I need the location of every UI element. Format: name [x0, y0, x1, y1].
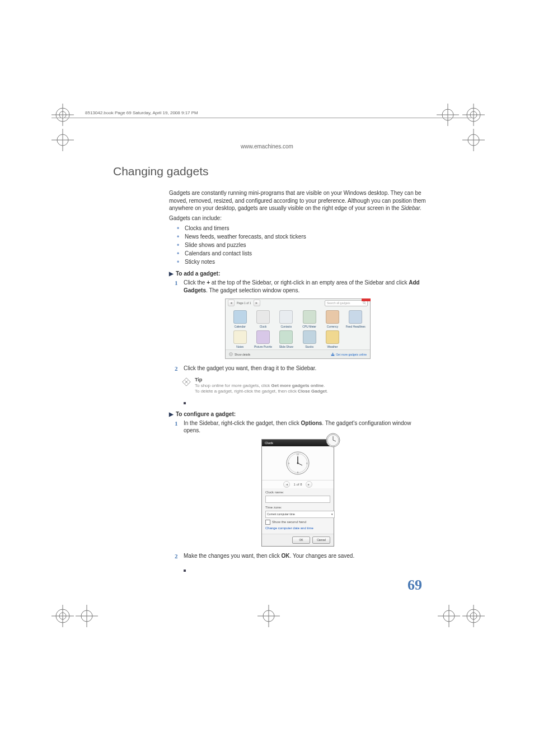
bullet-item: Clocks and timers: [177, 224, 427, 232]
chevron-down-icon: ▾: [331, 512, 333, 516]
tip-text: To delete a gadget, right-click the gadg…: [195, 389, 298, 394]
gadget-tile[interactable]: Contacts: [275, 310, 297, 328]
timezone-select[interactable]: Current computer time ▾: [265, 511, 335, 518]
registration-mark-icon: [51, 104, 74, 126]
tip-bold: Close Gadget: [298, 389, 327, 394]
step-item: 1 Click the + at the top of the Sidebar,…: [169, 279, 427, 294]
step-text: Make the changes you want, then click: [184, 553, 282, 559]
page-indicator: Page 1 of 1: [237, 301, 251, 305]
step-bold: Options: [301, 420, 322, 426]
download-icon: [331, 352, 335, 356]
clock-nav-label: 1 of 8: [293, 483, 302, 486]
step-item: 2 Make the changes you want, then click …: [169, 552, 427, 560]
step-text: In the Sidebar, right-click the gadget, …: [184, 420, 301, 426]
gadget-tile[interactable]: Currency: [321, 310, 343, 328]
gadget-tile-label: Picture Puzzle: [254, 345, 272, 348]
gadget-tile[interactable]: Stocks: [298, 330, 320, 348]
gadget-tile[interactable]: Notes: [229, 330, 251, 348]
gadget-selection-figure: ◄ Page 1 of 1 ► Search all gadgets Calen…: [225, 298, 371, 359]
end-square-icon: [184, 402, 186, 404]
window-titlebar: Clock: [262, 440, 334, 446]
gadget-tile-icon: [256, 310, 270, 324]
clock-face-icon: 12 3 6 9: [285, 451, 310, 475]
intro-paragraph: Gadgets are constantly running mini-prog…: [169, 189, 427, 212]
ok-button[interactable]: OK: [292, 536, 310, 544]
gadget-tile-icon: [256, 330, 270, 344]
triangle-icon: ▶: [169, 270, 174, 277]
header-rule: [51, 118, 471, 118]
gadget-tile-label: Notes: [236, 345, 243, 348]
clock-name-input[interactable]: [265, 496, 330, 503]
show-details-label: Show details: [235, 353, 250, 356]
step-number: 1: [175, 419, 178, 428]
timezone-value: Current computer time: [267, 512, 295, 516]
gadget-tile[interactable]: Picture Puzzle: [252, 330, 274, 348]
end-square-icon: [184, 570, 186, 572]
svg-point-50: [297, 462, 299, 464]
bullet-item: Slide shows and puzzles: [177, 241, 427, 249]
step-text: . Your changes are saved.: [290, 553, 355, 559]
registration-mark-icon: [462, 605, 485, 627]
gadget-tile-icon: [279, 310, 293, 324]
timezone-label: Time zone:: [265, 506, 330, 509]
step-item: 2 Click the gadget you want, then drag i…: [169, 365, 427, 372]
tip-text: .: [327, 389, 328, 394]
procedure-heading-text: To configure a gadget:: [176, 411, 236, 417]
gadget-tile-label: Stocks: [305, 345, 313, 348]
triangle-icon: ▶: [169, 411, 174, 417]
get-more-gadgets-link[interactable]: Get more gadgets online: [331, 352, 367, 356]
nav-next-button[interactable]: ►: [254, 300, 260, 306]
tip-box: Tip To shop online for more gadgets, cli…: [181, 377, 427, 394]
gadget-tile-label: Clock: [260, 325, 267, 328]
intro-list-lead: Gadgets can include:: [169, 214, 427, 222]
bullet-item: News feeds, weather forecasts, and stock…: [177, 232, 427, 241]
gadget-tile-label: CPU Meter: [302, 325, 316, 328]
clock-face-preview: 12 3 6 9: [262, 446, 334, 480]
step-text: Click the: [184, 279, 207, 286]
step-number: 2: [175, 365, 178, 373]
step-bold: OK: [282, 553, 290, 559]
gadget-tile[interactable]: Weather: [321, 330, 343, 348]
chevron-down-icon: [229, 352, 233, 356]
gadget-tile-icon: [326, 330, 339, 344]
registration-mark-icon: [51, 605, 74, 627]
change-date-link[interactable]: Change computer date and time: [265, 526, 330, 530]
gadget-tile[interactable]: Clock: [252, 310, 274, 328]
gadget-tile-label: Slide Show: [279, 345, 293, 348]
second-hand-label: Show the second hand: [272, 520, 306, 524]
close-icon[interactable]: [362, 298, 371, 301]
nav-prev-button[interactable]: ◄: [283, 481, 290, 488]
gadget-tile[interactable]: CPU Meter: [298, 310, 320, 328]
gadget-tile-label: Feed Headlines: [346, 325, 366, 328]
bullet-item: Sticky notes: [177, 258, 427, 266]
svg-text:12: 12: [297, 453, 299, 456]
intro-italic: Sidebar.: [401, 205, 421, 211]
step-text: at the top of the Sidebar, or right-clic…: [210, 279, 409, 286]
gadget-tile-icon: [233, 310, 247, 324]
crosshair-icon: [437, 104, 459, 126]
svg-point-36: [229, 353, 233, 356]
crosshair-icon: [76, 605, 98, 627]
tip-icon: [181, 377, 191, 387]
svg-line-35: [365, 304, 366, 305]
cancel-button[interactable]: Cancel: [312, 536, 330, 544]
header-slug: 8513042.book Page 69 Saturday, April 19,…: [85, 110, 198, 115]
gadget-tile[interactable]: Feed Headlines: [345, 310, 367, 328]
gadget-tile[interactable]: Calendar: [229, 310, 251, 328]
clock-options-figure: Clock 12 3 6 9: [261, 439, 334, 547]
bullet-list: Clocks and timers News feeds, weather fo…: [177, 224, 427, 266]
tip-title: Tip: [195, 377, 328, 383]
gadget-tile[interactable]: Slide Show: [275, 330, 297, 348]
nav-next-button[interactable]: ►: [306, 481, 312, 488]
step-item: 1 In the Sidebar, right-click the gadget…: [169, 419, 427, 435]
search-icon: [363, 301, 366, 305]
show-details-toggle[interactable]: Show details: [229, 352, 250, 356]
nav-prev-button[interactable]: ◄: [228, 300, 235, 306]
second-hand-checkbox[interactable]: [265, 520, 270, 525]
clock-preview-icon: [326, 433, 340, 447]
tip-text: To shop online for more gadgets, click: [195, 383, 271, 388]
window-title: Clock: [265, 441, 273, 445]
gadget-tile-icon: [303, 310, 316, 324]
step-text: . The gadget selection window opens.: [206, 287, 299, 293]
procedure-heading-text: To add a gadget:: [176, 270, 220, 277]
